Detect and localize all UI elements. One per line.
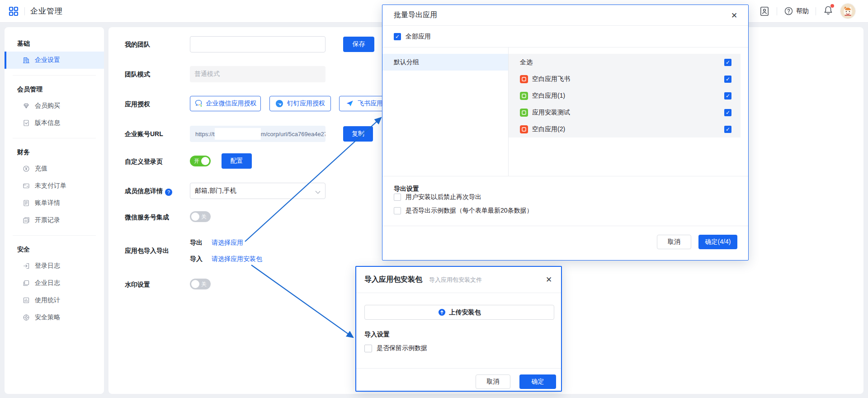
export-option-checkbox[interactable] xyxy=(394,194,401,201)
corp-url-field: https://t m/corp/url/5ca769ea4e27... xyxy=(190,126,326,142)
sidebar-item-安全策略[interactable]: 安全策略 xyxy=(5,309,104,326)
app-row[interactable]: 空白应用飞书 xyxy=(509,71,741,87)
sidebar-item-label: 充值 xyxy=(35,165,47,173)
member-info-label: 成员信息详情 xyxy=(125,187,193,196)
dingtalk-icon xyxy=(275,100,283,108)
sidebar-item-企业日志[interactable]: 企业日志 xyxy=(5,275,104,292)
sidebar-section: 财务 充值 未支付订单 账单详情 开票记录 xyxy=(5,139,104,236)
app-icon xyxy=(520,109,528,117)
import-sublabel: 导入 xyxy=(190,255,203,263)
app-auth-button-label: 企业微信应用授权 xyxy=(206,100,257,108)
all-apps-checkbox[interactable] xyxy=(394,33,401,40)
wechat-service-label: 微信服务号集成 xyxy=(125,213,193,222)
sidebar-item-使用统计[interactable]: 使用统计 xyxy=(5,292,104,309)
keep-sample-label: 是否保留示例数据 xyxy=(377,344,427,352)
confirm-button[interactable]: 确定(4/4) xyxy=(698,235,737,249)
usage-stats-icon xyxy=(23,297,30,304)
sidebar-item-充值[interactable]: 充值 xyxy=(5,160,104,177)
notification-bell[interactable] xyxy=(823,5,834,17)
group-item-default[interactable]: 默认分组 xyxy=(382,54,508,71)
export-option-label: 是否导出示例数据（每个表单最新20条数据） xyxy=(406,207,533,215)
feishu-icon xyxy=(346,100,354,108)
notification-dot xyxy=(830,4,834,8)
corp-url-suffix: m/corp/url/5ca769ea4e27... xyxy=(261,131,326,137)
close-icon[interactable] xyxy=(730,12,738,20)
sidebar-item-label: 企业日志 xyxy=(35,279,60,287)
export-option-checkbox[interactable] xyxy=(394,207,401,214)
team-mode-label: 团队模式 xyxy=(125,71,193,79)
import-select-package-link[interactable]: 请选择应用安装包 xyxy=(212,255,262,263)
import-package-dialog: 导入应用包安装包 导入应用包安装文件 上传安装包 导入设置 是否保留示例数据 取… xyxy=(355,266,562,392)
save-button[interactable]: 保存 xyxy=(343,37,374,52)
help-button[interactable]: 帮助 xyxy=(784,6,809,16)
cancel-button[interactable]: 取消 xyxy=(476,374,510,389)
export-sublabel: 导出 xyxy=(190,239,203,247)
team-mode-input xyxy=(190,66,326,82)
sidebar-item-版本信息[interactable]: 版本信息 xyxy=(5,114,104,132)
sidebar-item-企业设置[interactable]: 企业设置 xyxy=(5,52,104,69)
close-icon[interactable] xyxy=(545,276,553,284)
upload-package-button[interactable]: 上传安装包 xyxy=(364,305,554,320)
sidebar-item-label: 版本信息 xyxy=(35,119,60,127)
sidebar-section-title: 安全 xyxy=(5,242,104,257)
select-all-checkbox[interactable] xyxy=(724,59,731,66)
app-row[interactable]: 应用安装测试 xyxy=(509,104,741,121)
sidebar-item-登录日志[interactable]: 登录日志 xyxy=(5,257,104,275)
upload-button-label: 上传安装包 xyxy=(449,308,481,317)
app-checkbox[interactable] xyxy=(724,126,731,133)
app-auth-button[interactable]: 企业微信应用授权 xyxy=(190,96,261,111)
header-divider xyxy=(24,7,25,15)
app-auth-button-label: 钉钉应用授权 xyxy=(287,100,325,108)
app-checkbox[interactable] xyxy=(724,92,731,100)
app-checkbox[interactable] xyxy=(724,76,731,83)
import-dialog-title: 导入应用包安装包 xyxy=(364,275,422,284)
app-icon xyxy=(520,92,528,100)
member-info-select[interactable]: 邮箱,部门,手机 xyxy=(190,183,326,199)
sidebar-item-开票记录[interactable]: 开票记录 xyxy=(5,212,104,229)
app-row[interactable]: 空白应用(1) xyxy=(509,87,741,104)
user-avatar[interactable] xyxy=(840,4,855,19)
upload-icon xyxy=(438,308,446,316)
keep-sample-checkbox[interactable] xyxy=(364,345,372,352)
sidebar-item-未支付订单[interactable]: 未支付订单 xyxy=(5,177,104,194)
custom-login-toggle[interactable]: 开 xyxy=(190,156,211,166)
sidebar: 基础 企业设置 会员管理 会员购买 版本信息 财务 充值 未支付订单 账单详情 … xyxy=(5,27,104,394)
watermark-toggle[interactable]: 关 xyxy=(190,279,211,289)
select-all-row[interactable]: 全选 xyxy=(509,54,741,71)
app-name: 空白应用(2) xyxy=(532,125,565,133)
export-option-row: 用户安装以后禁止再次导出 xyxy=(394,193,481,201)
corp-url-label: 企业账号URL xyxy=(125,130,193,138)
sidebar-section: 安全 登录日志 企业日志 使用统计 安全策略 xyxy=(5,237,104,326)
sidebar-divider xyxy=(13,235,96,236)
recharge-icon xyxy=(23,165,30,172)
sidebar-item-账单详情[interactable]: 账单详情 xyxy=(5,194,104,212)
section-divider xyxy=(382,176,748,176)
contacts-icon[interactable] xyxy=(759,6,770,17)
sidebar-section-title: 财务 xyxy=(5,145,104,160)
copy-button[interactable]: 复制 xyxy=(343,126,373,142)
sidebar-section: 基础 企业设置 xyxy=(5,31,104,76)
member-info-help-icon[interactable] xyxy=(165,189,172,196)
export-dialog-header: 批量导出应用 xyxy=(382,5,748,26)
app-grid-icon[interactable] xyxy=(8,6,19,17)
app-icon xyxy=(520,125,528,133)
sidebar-item-label: 登录日志 xyxy=(35,262,60,270)
export-select-app-link[interactable]: 请选择应用 xyxy=(212,239,243,247)
export-option-row: 是否导出示例数据（每个表单最新20条数据） xyxy=(394,207,533,215)
page-title: 企业管理 xyxy=(30,6,63,16)
member-info-value: 邮箱,部门,手机 xyxy=(195,187,236,195)
app-auth-button[interactable]: 钉钉应用授权 xyxy=(269,96,331,111)
app-row[interactable]: 空白应用(2) xyxy=(509,121,741,137)
footer-divider xyxy=(382,226,748,226)
toggle-off-text: 关 xyxy=(201,280,207,288)
toggle-on-text: 开 xyxy=(194,157,199,165)
app-auth-label: 应用授权 xyxy=(125,100,193,109)
import-dialog-subtitle: 导入应用包安装文件 xyxy=(429,276,482,284)
my-team-input[interactable] xyxy=(190,36,326,52)
sidebar-item-会员购买[interactable]: 会员购买 xyxy=(5,97,104,114)
app-checkbox[interactable] xyxy=(724,109,731,116)
confirm-button[interactable]: 确定 xyxy=(519,374,556,389)
cancel-button[interactable]: 取消 xyxy=(657,235,691,249)
wechat-service-toggle[interactable]: 关 xyxy=(190,211,211,222)
config-button[interactable]: 配置 xyxy=(222,153,252,169)
